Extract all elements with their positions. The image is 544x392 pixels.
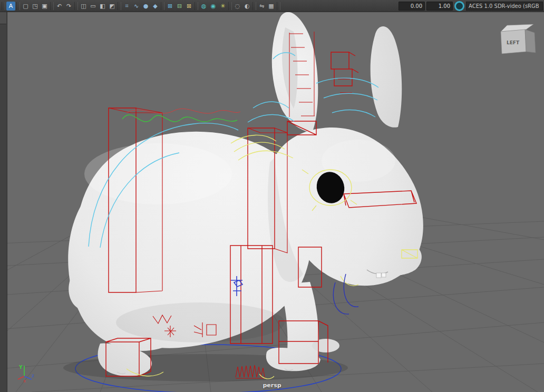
left-panel-strip[interactable] — [0, 12, 7, 392]
panel-collapse-button[interactable] — [0, 12, 6, 24]
rabbit-back-highlight — [84, 143, 232, 204]
node-editor-icon[interactable]: ⊠ — [184, 2, 193, 11]
menu-set-icon[interactable]: A — [6, 2, 15, 11]
snap-point-icon[interactable]: ● — [141, 2, 150, 11]
camera-name-label: persp — [0, 382, 544, 389]
color-management-icon[interactable] — [454, 1, 464, 11]
new-scene-icon[interactable]: ▢ — [21, 2, 30, 11]
toolbar-separator — [50, 2, 54, 10]
shaded-mode-icon[interactable]: ◍ — [199, 2, 208, 11]
rabbit-muzzle — [365, 242, 422, 276]
status-field-2[interactable] — [426, 2, 453, 11]
select-component-icon[interactable]: ◧ — [98, 2, 107, 11]
isolate-select-icon[interactable]: ◌ — [233, 2, 242, 11]
redo-icon[interactable]: ↷ — [64, 2, 73, 11]
toolbar-separator — [2, 2, 5, 10]
save-scene-icon[interactable]: ▣ — [40, 2, 49, 11]
toolbar-separator — [118, 2, 121, 10]
view-cube-label: LEFT — [507, 40, 520, 45]
axis-y-label: Y — [18, 365, 23, 370]
symmetry-icon[interactable]: ⇋ — [257, 2, 266, 11]
axis-z-label: z — [32, 373, 34, 378]
maya-window: { "toolbar": { "fields": [ {"name": "sta… — [0, 0, 544, 392]
snap-grid-icon[interactable]: ⌗ — [122, 2, 131, 11]
select-hierarchy-icon[interactable]: ◫ — [79, 2, 88, 11]
open-scene-icon[interactable]: ◳ — [31, 2, 40, 11]
undo-icon[interactable]: ↶ — [55, 2, 64, 11]
snap-curve-icon[interactable]: ∿ — [132, 2, 141, 11]
toolbar-separator — [16, 2, 20, 10]
snap-plane-icon[interactable]: ◆ — [151, 2, 160, 11]
lighting-mode-icon[interactable]: ✳ — [218, 2, 227, 11]
toolbar-separator — [252, 2, 256, 10]
toolbar-icons: A▢◳▣↶↷◫▭◧◩⌗∿●◆⊞⊟⊠◍◉✳◌◐⇋▦ — [1, 2, 281, 11]
toolbar-separator — [277, 2, 280, 10]
status-line: A▢◳▣↶↷◫▭◧◩⌗∿●◆⊞⊟⊠◍◉✳◌◐⇋▦ ACES 1.0 SDR-vi… — [0, 0, 544, 12]
toolbar-right-group: ACES 1.0 SDR-video (sRGB — [399, 1, 543, 11]
rabbit-far-paw — [312, 339, 339, 352]
textured-mode-icon[interactable]: ◉ — [209, 2, 218, 11]
toolbar-separator — [195, 2, 198, 10]
xray-mode-icon[interactable]: ◐ — [242, 2, 251, 11]
toolbar-separator — [228, 2, 232, 10]
toolbar-separator — [74, 2, 78, 10]
uv-editor-icon[interactable]: ⊟ — [175, 2, 184, 11]
highlight-selection-icon[interactable]: ▦ — [267, 2, 276, 11]
viewport-canvas[interactable]: LEFT Y x z — [0, 0, 544, 392]
color-management-dropdown[interactable]: ACES 1.0 SDR-video (sRGB — [466, 2, 543, 11]
rabbit-belly-shade — [116, 302, 285, 342]
select-mask-icon[interactable]: ◩ — [108, 2, 116, 11]
status-field-1[interactable] — [399, 2, 425, 11]
select-object-icon[interactable]: ▭ — [89, 2, 98, 11]
modeling-toolkit-icon[interactable]: ⊞ — [166, 2, 174, 11]
toolbar-separator — [161, 2, 164, 10]
